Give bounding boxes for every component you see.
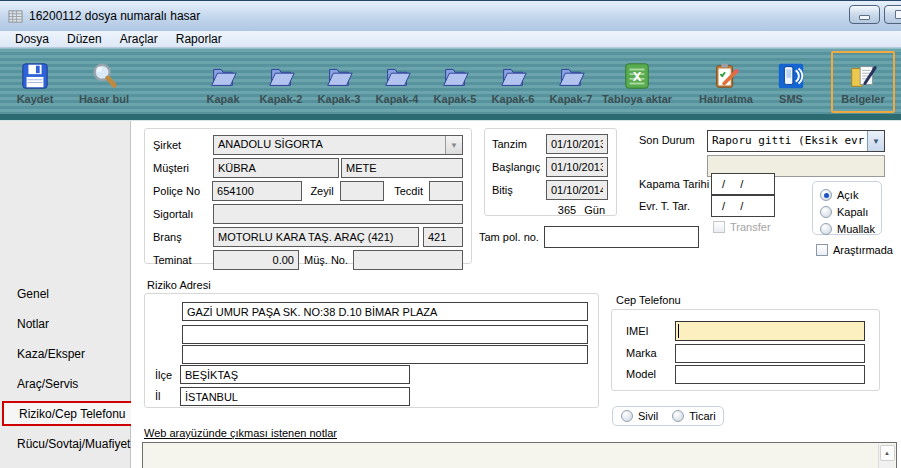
branch-field[interactable] [213, 227, 419, 247]
sidebar-item-kaza-eksper[interactable]: Kaza/Eksper [0, 339, 130, 369]
sidebar-item-genel[interactable]: Genel [0, 279, 130, 309]
brand-field[interactable] [675, 344, 865, 363]
full-policy-no-field[interactable] [544, 226, 699, 248]
policy-groupbox: Şirket ANADOLU SİGORTA ▼ Müşteri Poliçe … [144, 128, 472, 264]
sidebar-item-arac-servis[interactable]: Araç/Servis [0, 369, 130, 399]
risk-address-groupbox: İlçe İl [144, 293, 599, 408]
maximize-icon [895, 10, 901, 19]
web-notes-textarea[interactable]: ▲ [142, 442, 897, 468]
radio-muallak[interactable] [820, 223, 832, 235]
customer-last-field[interactable] [341, 158, 463, 178]
save-button[interactable]: Kaydet [6, 51, 64, 113]
menu-araclar[interactable]: Araçlar [111, 32, 167, 46]
chevron-down-icon[interactable]: ▼ [445, 136, 462, 154]
arastirmada-checkbox-row[interactable]: Araştırmada [816, 244, 893, 256]
radio-acik[interactable] [820, 189, 832, 201]
menu-raporlar[interactable]: Raporlar [167, 32, 231, 46]
insured-label: Sigortalı [153, 208, 213, 220]
start-date-label: Başlangıç [492, 161, 546, 173]
scrollbar[interactable]: ▲ [878, 444, 895, 468]
kapak7-button[interactable]: Kapak-7 [542, 51, 600, 113]
chevron-down-icon[interactable]: ▼ [867, 131, 884, 151]
find-claim-button[interactable]: Hasar bul [64, 51, 144, 113]
maximize-button[interactable] [884, 5, 901, 24]
zeyil-field[interactable] [340, 181, 384, 201]
clipboard-pencil-icon [711, 59, 741, 91]
sidebar-item-banka-vergi-kurum[interactable]: Banka/Vergi/Kurum [0, 459, 130, 468]
status-radio-groupbox: Açık Kapalı Muallak [812, 181, 882, 235]
branch-label: Branş [153, 231, 213, 243]
radio-ticari[interactable] [672, 410, 684, 422]
mobile-phone-title: Cep Telefonu [616, 294, 681, 306]
days-value: 365 [558, 204, 576, 216]
issue-date-field[interactable] [546, 134, 608, 154]
magnifier-icon [89, 59, 119, 91]
imei-field[interactable] [675, 321, 865, 341]
mobile-phone-icon [776, 59, 806, 91]
closing-date-field[interactable] [711, 173, 775, 195]
scroll-up-icon[interactable]: ▲ [880, 445, 895, 461]
address-line1-field[interactable] [182, 302, 588, 321]
sidebar: Genel Notlar Kaza/Eksper Araç/Servis Riz… [0, 121, 131, 468]
sidebar-item-notlar[interactable]: Notlar [0, 309, 130, 339]
doc-date-field[interactable] [711, 195, 775, 217]
svg-text:X: X [633, 68, 642, 83]
radio-kapali[interactable] [820, 206, 832, 218]
city-field[interactable] [180, 387, 410, 406]
insured-field[interactable] [213, 204, 463, 224]
sidebar-item-riziko-cep-telefonu[interactable]: Riziko/Cep Telefonu [2, 401, 133, 426]
company-label: Şirket [153, 139, 213, 151]
radio-row-muallak[interactable]: Muallak [820, 221, 874, 236]
policy-no-label: Poliçe No [153, 185, 212, 197]
district-label: İlçe [155, 369, 172, 381]
end-date-field[interactable] [546, 180, 608, 200]
tecdit-field[interactable] [429, 181, 463, 201]
title-bar: 16200112 dosya numaralı hasar [0, 1, 901, 31]
kapak5-button[interactable]: Kapak-5 [426, 51, 484, 113]
brand-label: Marka [626, 347, 657, 359]
branch-code-field[interactable] [423, 227, 463, 247]
customer-no-field[interactable] [353, 250, 463, 270]
customer-label: Müşteri [153, 162, 213, 174]
address-line3-field[interactable] [182, 345, 588, 364]
radio-row-ticari[interactable]: Ticari [672, 410, 715, 422]
folder-icon [556, 59, 586, 91]
documents-pen-icon [848, 59, 878, 91]
address-line2-field[interactable] [182, 325, 588, 344]
coverage-field[interactable] [213, 250, 299, 270]
kapak2-button[interactable]: Kapak-2 [252, 51, 310, 113]
zeyil-label: Zeyil [302, 185, 340, 197]
radio-row-kapali[interactable]: Kapalı [820, 204, 874, 219]
start-date-field[interactable] [546, 157, 608, 177]
menu-dosya[interactable]: Dosya [6, 32, 58, 46]
web-notes-label: Web arayüzünde çıkması istenen notlar [144, 427, 337, 439]
model-field[interactable] [675, 365, 865, 384]
kapak6-button[interactable]: Kapak-6 [484, 51, 542, 113]
sms-button[interactable]: SMS [768, 51, 814, 113]
kapak3-button[interactable]: Kapak-3 [310, 51, 368, 113]
customer-first-field[interactable] [213, 158, 339, 178]
reminder-button[interactable]: Hatırlatma [684, 51, 768, 113]
minimize-button[interactable] [849, 5, 880, 24]
doc-date-label: Evr. T. Tar. [639, 200, 690, 212]
arastirmada-checkbox[interactable] [816, 244, 828, 256]
export-table-button[interactable]: X Tabloya aktar [600, 51, 674, 113]
content-area: Şirket ANADOLU SİGORTA ▼ Müşteri Poliçe … [131, 121, 901, 468]
sidebar-item-rucu-sovtaj-muafiyet[interactable]: Rücu/Sovtaj/Muafiyet [0, 429, 130, 459]
last-status-combobox[interactable]: Raporu gitti (Eksik evr ▼ [707, 130, 885, 152]
district-field[interactable] [180, 365, 410, 384]
radio-sivil[interactable] [621, 410, 633, 422]
kapak4-button[interactable]: Kapak-4 [368, 51, 426, 113]
kapak-button[interactable]: Kapak [194, 51, 252, 113]
risk-address-title: Riziko Adresi [147, 279, 211, 291]
coverage-label: Teminat [153, 254, 213, 266]
folder-icon [382, 59, 412, 91]
company-combobox[interactable]: ANADOLU SİGORTA ▼ [213, 135, 463, 155]
floppy-disk-icon [20, 59, 50, 91]
menu-duzen[interactable]: Düzen [58, 32, 111, 46]
documents-button[interactable]: Belgeler [835, 51, 891, 113]
radio-row-acik[interactable]: Açık [820, 187, 874, 202]
radio-row-sivil[interactable]: Sivil [621, 410, 658, 422]
policy-no-field[interactable] [212, 181, 302, 201]
transfer-checkbox [713, 221, 725, 233]
